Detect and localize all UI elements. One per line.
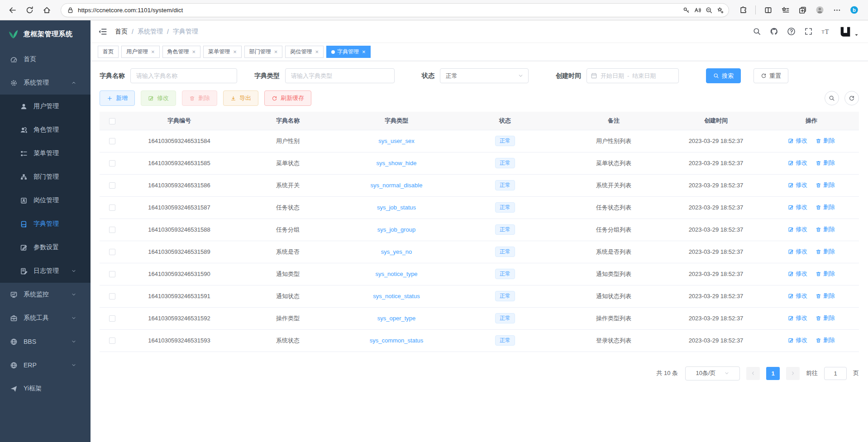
row-delete-link[interactable]: 删除 [816,270,835,278]
row-checkbox[interactable] [109,271,115,277]
read-aloud-icon[interactable] [694,6,701,14]
tab-close-icon[interactable]: × [315,49,319,55]
goto-page-input[interactable] [824,367,847,380]
dict-type-link[interactable]: sys_user_sex [378,138,414,144]
tab-post-manage[interactable]: 岗位管理× [285,46,324,58]
row-edit-link[interactable]: 修改 [788,270,807,278]
prev-page-button[interactable] [746,367,760,380]
dict-type-link[interactable]: sys_oper_type [377,315,416,322]
row-delete-link[interactable]: 删除 [816,336,835,344]
fullscreen-icon[interactable] [804,27,813,36]
edit-button[interactable]: 修改 [141,90,176,106]
password-key-icon[interactable] [682,6,690,14]
url-text[interactable]: https://ccnetcore.com:1101/system/dict [78,7,679,14]
help-icon[interactable] [787,27,796,36]
row-checkbox[interactable] [109,337,115,344]
dict-type-input[interactable] [285,68,395,83]
row-delete-link[interactable]: 删除 [816,181,835,189]
row-edit-link[interactable]: 修改 [788,159,807,167]
row-edit-link[interactable]: 修改 [788,137,807,145]
sidebar-item-system-monitor[interactable]: 系统监控 [0,283,91,306]
browser-home-button[interactable] [39,2,54,18]
row-edit-link[interactable]: 修改 [788,314,807,322]
status-select[interactable]: 正常 [440,68,529,83]
sidebar-item-menu-manage[interactable]: 菜单管理 [0,142,91,165]
dict-type-link[interactable]: sys_job_status [377,204,416,211]
sidebar-item-post-manage[interactable]: 岗位管理 [0,189,91,212]
profile-button[interactable] [812,2,827,18]
tab-home[interactable]: 首页 [98,46,119,58]
dict-type-link[interactable]: sys_job_group [377,226,416,233]
date-range-picker[interactable]: 开始日期 - 结束日期 [587,68,679,83]
show-search-toggle-button[interactable] [825,91,839,105]
search-icon[interactable] [753,27,761,36]
next-page-button[interactable] [786,367,800,380]
extensions-button[interactable] [735,2,751,18]
collections-button[interactable] [795,2,810,18]
delete-button[interactable]: 删除 [182,90,217,106]
tab-dept-manage[interactable]: 部门管理× [244,46,283,58]
sidebar-fold-icon[interactable] [98,27,108,37]
github-icon[interactable] [770,27,778,36]
row-delete-link[interactable]: 删除 [816,203,835,211]
favorites-button[interactable] [777,2,793,18]
row-checkbox[interactable] [109,160,115,166]
row-delete-link[interactable]: 删除 [816,225,835,233]
sidebar-item-user-manage[interactable]: 用户管理 [0,95,91,118]
dict-type-link[interactable]: sys_notice_status [373,293,420,299]
browser-refresh-button[interactable] [22,2,37,18]
app-logo[interactable]: 意框架管理系统 [0,20,91,48]
export-button[interactable]: 导出 [223,90,258,106]
tab-role-manage[interactable]: 角色管理× [162,46,201,58]
row-checkbox[interactable] [109,182,115,189]
refresh-table-button[interactable] [844,91,859,105]
row-delete-link[interactable]: 删除 [816,247,835,256]
page-number-button[interactable]: 1 [766,367,780,380]
select-all-checkbox[interactable] [109,118,115,124]
tab-close-icon[interactable]: × [362,49,366,55]
browser-more-button[interactable] [829,2,844,18]
dict-name-input[interactable] [130,68,237,83]
sidebar-item-role-manage[interactable]: 角色管理 [0,118,91,142]
sidebar-item-home[interactable]: 首页 [0,48,91,71]
sidebar-item-yi-framework[interactable]: Yi框架 [0,377,91,400]
row-edit-link[interactable]: 修改 [788,203,807,211]
row-delete-link[interactable]: 删除 [816,137,835,145]
row-delete-link[interactable]: 删除 [816,292,835,300]
sidebar-item-bbs[interactable]: BBS [0,330,91,353]
row-edit-link[interactable]: 修改 [788,225,807,233]
sidebar-item-erp[interactable]: ERP [0,353,91,377]
row-edit-link[interactable]: 修改 [788,247,807,256]
row-checkbox[interactable] [109,204,115,211]
row-edit-link[interactable]: 修改 [788,336,807,344]
row-checkbox[interactable] [109,315,115,322]
sidebar-item-system-manage[interactable]: 系统管理 [0,71,91,95]
address-bar[interactable]: https://ccnetcore.com:1101/system/dict [61,3,729,17]
tab-dict-manage[interactable]: 字典管理× [326,46,371,58]
search-button[interactable]: 搜索 [706,68,741,83]
dict-type-link[interactable]: sys_common_status [370,337,424,344]
sidebar-item-dict-manage[interactable]: 字典管理 [0,212,91,236]
lock-icon[interactable] [67,6,74,14]
refresh-cache-button[interactable]: 刷新缓存 [264,90,311,106]
sidebar-item-param-settings[interactable]: 参数设置 [0,236,91,259]
text-size-icon[interactable]: TT [821,27,830,36]
tab-close-icon[interactable]: × [233,49,237,55]
page-size-select[interactable]: 10条/页 [685,366,740,380]
row-edit-link[interactable]: 修改 [788,292,807,300]
row-delete-link[interactable]: 删除 [816,159,835,167]
tab-user-manage[interactable]: 用户管理× [121,46,160,58]
row-delete-link[interactable]: 删除 [816,314,835,322]
copilot-button[interactable]: b [846,2,862,18]
add-button[interactable]: 新增 [100,90,135,106]
dict-type-link[interactable]: sys_yes_no [381,248,412,255]
breadcrumb-item[interactable]: 首页 [115,28,128,36]
zoom-out-icon[interactable] [705,6,713,14]
dict-type-link[interactable]: sys_show_hide [377,160,417,166]
tab-close-icon[interactable]: × [274,49,278,55]
favorite-add-icon[interactable] [716,6,724,14]
row-checkbox[interactable] [109,138,115,144]
tab-close-icon[interactable]: × [151,49,155,55]
row-checkbox[interactable] [109,227,115,233]
sidebar-item-dept-manage[interactable]: 部门管理 [0,165,91,189]
